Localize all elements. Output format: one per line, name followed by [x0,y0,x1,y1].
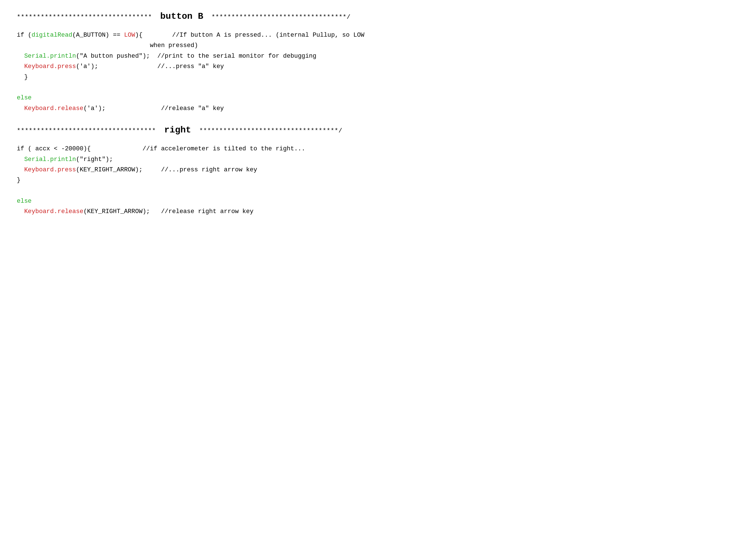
separator-title-button-b: button B [155,11,209,22]
separator-button-b: ********************************** butto… [17,11,730,22]
separator-stars-left-right: *********************************** [17,127,156,134]
separator-stars-right: **********************************/ [211,14,351,21]
code-section-button-b: if (digitalRead(A_BUTTON) == LOW){ //If … [17,30,730,114]
separator-right: *********************************** righ… [17,125,730,135]
code-section-right: if ( accx < -20000){ //if accelerometer … [17,144,730,217]
code-line-if-digital: if (digitalRead(A_BUTTON) == LOW){ //If … [17,32,364,112]
separator-stars-right-right: ***********************************/ [200,127,342,134]
separator-title-right: right [159,125,196,135]
code-line-if-accx: if ( accx < -20000){ //if accelerometer … [17,145,305,215]
code-editor: ********************************** butto… [17,11,730,217]
separator-stars-left: ********************************** [17,14,152,21]
